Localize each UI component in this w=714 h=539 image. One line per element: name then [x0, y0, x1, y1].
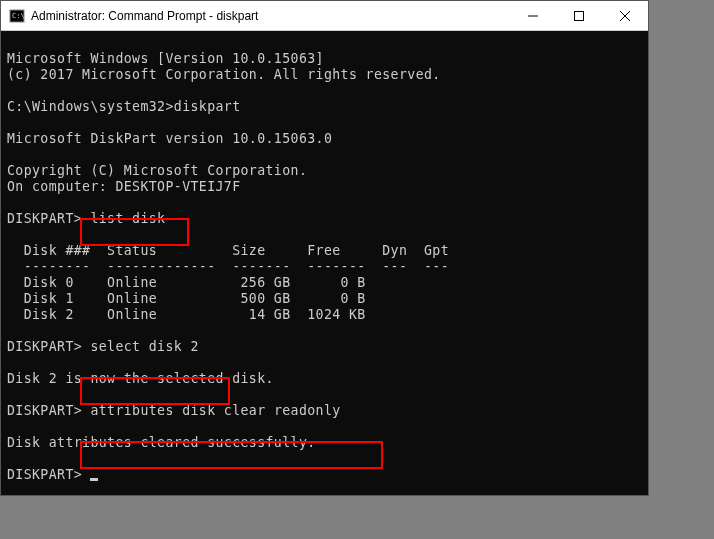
output-line: Microsoft DiskPart version 10.0.15063.0 — [7, 131, 332, 146]
table-row: Disk 1 Online 500 GB 0 B — [7, 291, 366, 306]
output-line: On computer: DESKTOP-VTEIJ7F — [7, 179, 241, 194]
table-divider: -------- ------------- ------- ------- -… — [7, 259, 449, 274]
maximize-button[interactable] — [556, 1, 602, 30]
diskpart-prompt: DISKPART> — [7, 339, 90, 354]
close-button[interactable] — [602, 1, 648, 30]
text-cursor — [90, 478, 98, 481]
output-line: (c) 2017 Microsoft Corporation. All righ… — [7, 67, 441, 82]
minimize-button[interactable] — [510, 1, 556, 30]
titlebar[interactable]: C:\ Administrator: Command Prompt - disk… — [1, 1, 648, 31]
output-line: Copyright (C) Microsoft Corporation. — [7, 163, 307, 178]
svg-text:C:\: C:\ — [12, 12, 25, 20]
diskpart-prompt: DISKPART> — [7, 211, 90, 226]
command-text: attributes disk clear readonly — [90, 403, 340, 418]
diskpart-prompt: DISKPART> — [7, 403, 90, 418]
window-title: Administrator: Command Prompt - diskpart — [31, 9, 510, 23]
command-prompt-window: C:\ Administrator: Command Prompt - disk… — [0, 0, 649, 496]
table-header: Disk ### Status Size Free Dyn Gpt — [7, 243, 449, 258]
window-controls — [510, 1, 648, 30]
diskpart-prompt: DISKPART> — [7, 467, 90, 482]
output-line: Microsoft Windows [Version 10.0.15063] — [7, 51, 324, 66]
command-text: list disk — [90, 211, 165, 226]
svg-rect-3 — [575, 11, 584, 20]
table-row: Disk 2 Online 14 GB 1024 KB — [7, 307, 366, 322]
command-text: select disk 2 — [90, 339, 198, 354]
output-line: Disk 2 is now the selected disk. — [7, 371, 274, 386]
terminal-output[interactable]: Microsoft Windows [Version 10.0.15063] (… — [1, 31, 648, 487]
maximize-icon — [574, 11, 584, 21]
output-line: C:\Windows\system32>diskpart — [7, 99, 241, 114]
close-icon — [620, 11, 630, 21]
table-row: Disk 0 Online 256 GB 0 B — [7, 275, 366, 290]
output-line: Disk attributes cleared successfully. — [7, 435, 316, 450]
minimize-icon — [528, 11, 538, 21]
cmd-icon: C:\ — [9, 8, 25, 24]
